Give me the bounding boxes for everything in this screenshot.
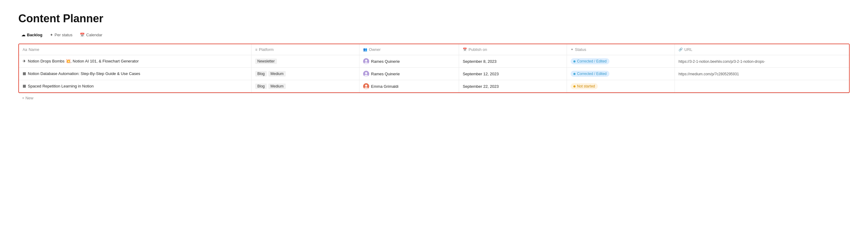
publish-col-icon: 📅	[463, 47, 467, 51]
row3-name-text: Spaced Repetition Learning in Notion	[28, 83, 94, 89]
row2-platform-tag-1: Blog	[255, 71, 267, 77]
row1-status-cell[interactable]: Corrected / Edited	[567, 55, 675, 68]
row2-platform-cell[interactable]: Blog Medium	[251, 68, 359, 80]
table-row: ✈ Notion Drops Bombs 💥, Notion AI 101, &…	[19, 55, 849, 68]
tab-per-status[interactable]: ✦ Per status	[47, 31, 76, 39]
row1-owner-name: Rames Quinerie	[371, 59, 400, 64]
content-table: Aa Name ≡ Platform 👥 Owner	[18, 44, 850, 93]
col-header-status[interactable]: ✦ Status	[567, 44, 675, 55]
row3-status-cell[interactable]: Not started	[567, 80, 675, 93]
row2-name-icon: ▦	[23, 71, 26, 76]
new-row-button[interactable]: + New	[18, 93, 850, 103]
platform-col-icon: ≡	[255, 47, 257, 52]
row2-name-text: Notion Database Automation: Step-By-Step…	[28, 71, 140, 77]
col-header-owner[interactable]: 👥 Owner	[360, 44, 459, 55]
page-title: Content Planner	[18, 12, 850, 25]
row1-url-text: https://3-2-1-notion.beehiiv.com/p/3-2-1…	[679, 60, 765, 64]
table-row: ▦ Spaced Repetition Learning in Notion B…	[19, 80, 849, 93]
status-col-label: Status	[575, 47, 586, 52]
row2-status-dot	[574, 73, 576, 75]
tab-per-status-label: Per status	[55, 33, 73, 37]
status-col-icon: ✦	[570, 47, 574, 51]
row3-name-cell[interactable]: ▦ Spaced Repetition Learning in Notion	[19, 80, 251, 93]
row1-status-badge: Corrected / Edited	[570, 58, 610, 64]
row1-owner-cell[interactable]: Rames Quinerie	[360, 55, 459, 68]
row2-url-text: https://medium.com/p/7c2805295931	[679, 72, 739, 76]
svg-point-7	[365, 85, 367, 87]
view-tabs: ☁ Backlog ✦ Per status 📅 Calendar	[18, 31, 850, 39]
row1-url-cell[interactable]: https://3-2-1-notion.beehiiv.com/p/3-2-1…	[675, 55, 849, 68]
row1-status-label: Corrected / Edited	[577, 59, 607, 64]
row1-publish-cell: September 8, 2023	[459, 55, 567, 68]
svg-point-1	[365, 60, 367, 62]
url-col-icon: 🔗	[679, 47, 683, 51]
row2-name-cell[interactable]: ▦ Notion Database Automation: Step-By-St…	[19, 68, 251, 80]
row1-platform-cell[interactable]: Newsletter	[251, 55, 359, 68]
row3-url-cell[interactable]	[675, 80, 849, 93]
new-row-label: + New	[22, 96, 33, 100]
row1-publish-date: September 8, 2023	[463, 59, 497, 64]
tab-backlog[interactable]: ☁ Backlog	[18, 31, 45, 39]
row2-status-badge: Corrected / Edited	[570, 71, 610, 77]
row1-name-text: Notion Drops Bombs 💥, Notion AI 101, & F…	[28, 59, 139, 64]
row3-platform-tag-2: Medium	[268, 83, 286, 89]
row2-status-cell[interactable]: Corrected / Edited	[567, 68, 675, 80]
row3-publish-date: September 22, 2023	[463, 84, 499, 89]
row3-platform-tag-1: Blog	[255, 83, 267, 89]
tab-backlog-label: Backlog	[27, 33, 42, 37]
row3-name-icon: ▦	[23, 84, 26, 88]
row2-owner-name: Rames Quinerie	[371, 72, 400, 76]
col-header-url[interactable]: 🔗 URL	[675, 44, 849, 55]
row3-status-dot	[574, 85, 576, 87]
per-status-icon: ✦	[50, 33, 53, 37]
row2-publish-date: September 12, 2023	[463, 72, 499, 76]
row3-publish-cell: September 22, 2023	[459, 80, 567, 93]
url-col-label: URL	[684, 47, 692, 52]
svg-point-4	[365, 72, 367, 74]
owner-col-icon: 👥	[363, 47, 367, 51]
col-header-platform[interactable]: ≡ Platform	[251, 44, 359, 55]
row3-platform-cell[interactable]: Blog Medium	[251, 80, 359, 93]
table-header: Aa Name ≡ Platform 👥 Owner	[19, 44, 849, 55]
publish-col-label: Publish on	[468, 47, 487, 52]
tab-calendar[interactable]: 📅 Calendar	[77, 31, 105, 39]
col-header-publish-on[interactable]: 📅 Publish on	[459, 44, 567, 55]
row3-avatar	[363, 83, 369, 89]
name-col-label: Name	[29, 47, 39, 52]
row2-owner-cell[interactable]: Rames Quinerie	[360, 68, 459, 80]
row3-owner-cell[interactable]: Emma Grimaldi	[360, 80, 459, 93]
backlog-icon: ☁	[21, 33, 25, 37]
row2-platform-tag-2: Medium	[268, 71, 286, 77]
owner-col-label: Owner	[369, 47, 380, 52]
row1-status-dot	[574, 60, 576, 63]
row1-name-icon: ✈	[23, 59, 26, 64]
name-col-icon: Aa	[23, 47, 27, 52]
table-row: ▦ Notion Database Automation: Step-By-St…	[19, 68, 849, 80]
row3-status-label: Not started	[577, 84, 595, 88]
col-header-name[interactable]: Aa Name	[19, 44, 251, 55]
tab-calendar-label: Calendar	[86, 33, 102, 37]
row2-avatar	[363, 71, 369, 77]
platform-col-label: Platform	[259, 47, 274, 52]
row3-status-badge: Not started	[570, 83, 598, 89]
calendar-tab-icon: 📅	[80, 33, 85, 37]
row2-status-label: Corrected / Edited	[577, 72, 607, 76]
row2-url-cell[interactable]: https://medium.com/p/7c2805295931	[675, 68, 849, 80]
row1-name-cell[interactable]: ✈ Notion Drops Bombs 💥, Notion AI 101, &…	[19, 55, 251, 68]
row1-avatar	[363, 58, 369, 64]
row2-publish-cell: September 12, 2023	[459, 68, 567, 80]
row1-platform-tag: Newsletter	[255, 59, 277, 64]
row3-owner-name: Emma Grimaldi	[371, 84, 399, 89]
